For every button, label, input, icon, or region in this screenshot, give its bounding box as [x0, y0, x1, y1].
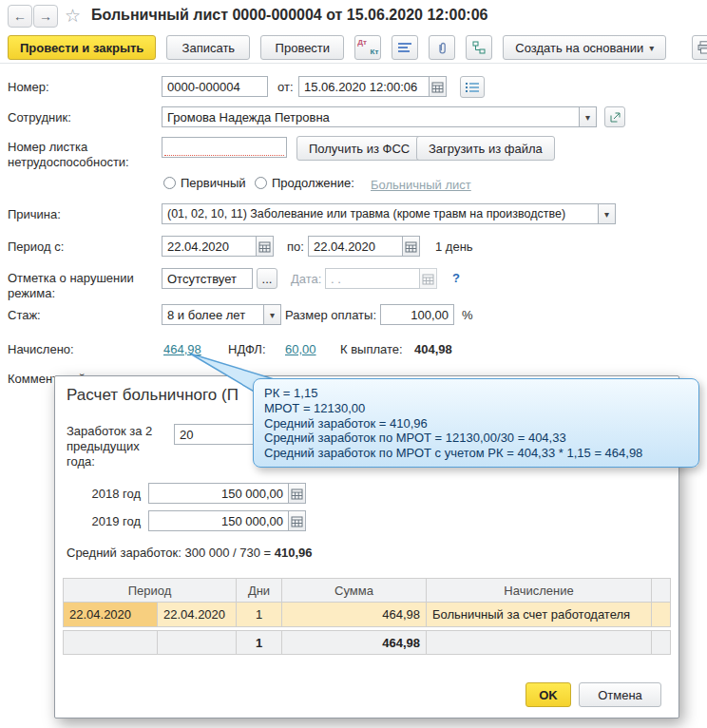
- number-field[interactable]: 0000-000004: [162, 76, 268, 97]
- debit-credit-icon: ДтКт: [357, 39, 378, 56]
- radio-unselected-icon: [255, 177, 267, 189]
- post-and-close-button[interactable]: Провести и закрыть: [8, 35, 156, 60]
- period-to-label: по:: [287, 239, 304, 254]
- cell-period-from[interactable]: 22.04.2020: [63, 603, 158, 627]
- year-2018-calculator-button[interactable]: [289, 483, 306, 504]
- cell-sum[interactable]: 464,98: [282, 603, 427, 627]
- required-underline: [164, 155, 284, 156]
- report-button[interactable]: [392, 35, 418, 60]
- load-from-file-button[interactable]: Загрузить из файла: [416, 136, 555, 161]
- document-history-button[interactable]: [460, 76, 485, 98]
- radio-primary[interactable]: Первичный: [163, 176, 246, 190]
- back-button[interactable]: ←: [8, 5, 32, 28]
- ellipsis-icon: ...: [262, 272, 273, 286]
- paperclip-icon: [435, 41, 449, 55]
- experience-label: Стаж:: [8, 308, 41, 322]
- period-from-label: Период с:: [8, 239, 64, 254]
- violation-field[interactable]: Отсутствует: [162, 268, 253, 289]
- employee-field[interactable]: Громова Надежда Петровна: [162, 106, 580, 127]
- sick-list-link[interactable]: Больничный лист: [371, 178, 471, 192]
- print-button[interactable]: [692, 35, 707, 60]
- chevron-down-icon: ▾: [270, 310, 275, 320]
- document-date-calendar-button[interactable]: [430, 76, 447, 97]
- sick-number-field[interactable]: [162, 137, 287, 158]
- tooltip-line: Средний заработок = 410,96: [264, 416, 688, 431]
- list-icon: [466, 82, 479, 93]
- document-date-field[interactable]: 15.06.2020 12:00:06: [298, 76, 430, 97]
- cell-accrual[interactable]: Больничный за счет работодателя: [427, 603, 652, 627]
- year-2019-label: 2019 год: [67, 514, 141, 528]
- experience-dropdown-button[interactable]: ▾: [264, 304, 281, 325]
- table-row: 22.04.2020 22.04.2020 1 464,98 Больничны…: [63, 603, 671, 627]
- report-lines-icon: [398, 42, 411, 53]
- period-from-field[interactable]: 22.04.2020: [162, 236, 257, 257]
- header-accrual: Начисление: [427, 578, 652, 603]
- violation-date-field[interactable]: . .: [325, 268, 420, 289]
- table-header-row: Период Дни Сумма Начисление: [63, 578, 671, 603]
- calculator-icon: [291, 488, 303, 500]
- cell-period-to[interactable]: 22.04.2020: [158, 603, 237, 627]
- open-icon: [609, 111, 621, 124]
- help-link[interactable]: ?: [452, 271, 460, 285]
- cell-spacer: [652, 603, 671, 627]
- reason-dropdown-button[interactable]: ▾: [599, 203, 616, 224]
- experience-field[interactable]: 8 и более лет: [162, 304, 264, 325]
- year-2018-label: 2018 год: [67, 487, 141, 501]
- average-earnings-value: 410,96: [275, 546, 313, 560]
- chevron-down-icon: ▾: [585, 112, 590, 123]
- forward-button[interactable]: →: [33, 5, 58, 28]
- sick-number-label: Номер листка нетрудоспособности:: [8, 140, 150, 170]
- calendar-icon: [422, 273, 434, 285]
- year-2019-calculator-button[interactable]: [289, 510, 306, 531]
- debit-credit-button[interactable]: ДтКт: [354, 35, 381, 60]
- period-to-field[interactable]: 22.04.2020: [308, 236, 403, 257]
- get-from-fss-button[interactable]: Получить из ФСС: [296, 136, 422, 161]
- total-sum: 464,98: [282, 630, 427, 655]
- period-days-text: 1 день: [435, 239, 473, 254]
- violation-date-label: Дата:: [291, 272, 321, 286]
- post-button[interactable]: Провести: [260, 35, 344, 60]
- violation-choose-button[interactable]: ...: [257, 268, 277, 289]
- forward-arrow-icon: →: [39, 9, 52, 24]
- write-button[interactable]: Записать: [166, 35, 250, 60]
- app-window: ← → ☆ Больничный лист 0000-000004 от 15.…: [0, 0, 707, 728]
- pay-rate-label: Размер оплаты:: [285, 308, 376, 322]
- total-days: 1: [237, 630, 282, 655]
- calendar-icon: [258, 240, 271, 253]
- header-days: Дни: [237, 578, 282, 603]
- pay-rate-field[interactable]: 100,00: [380, 304, 454, 325]
- ok-button[interactable]: OK: [525, 682, 571, 707]
- reason-label: Причина:: [8, 207, 61, 221]
- accruals-table: Период Дни Сумма Начисление 22.04.2020 2…: [63, 578, 671, 655]
- radio-continuation-label: Продолжение:: [272, 176, 354, 190]
- table-total-row: 1 464,98: [63, 630, 671, 655]
- page-title: Больничный лист 0000-000004 от 15.06.202…: [91, 7, 487, 24]
- percent-sign: %: [462, 308, 473, 322]
- tooltip-line: Средний заработок по МРОТ с учетом РК = …: [264, 446, 688, 461]
- header-sum: Сумма: [282, 578, 427, 603]
- earnings-label: Заработок за 2 предыдущих года:: [67, 424, 167, 469]
- violation-date-calendar-button[interactable]: [420, 268, 437, 289]
- employee-dropdown-button[interactable]: ▾: [580, 106, 597, 127]
- calendar-icon: [405, 240, 417, 253]
- employee-open-button[interactable]: [604, 106, 625, 127]
- radio-selected-icon: [163, 177, 176, 189]
- year-2018-field[interactable]: 150 000,00: [148, 483, 289, 504]
- favorite-star-icon[interactable]: ☆: [65, 5, 81, 27]
- related-documents-button[interactable]: [466, 35, 492, 60]
- create-based-on-button[interactable]: Создать на основании ▾: [503, 35, 666, 60]
- period-from-calendar-button[interactable]: [257, 236, 274, 257]
- chevron-down-icon: ▾: [649, 43, 654, 53]
- header-spacer: [652, 578, 671, 603]
- attachments-button[interactable]: [429, 35, 455, 60]
- radio-continuation[interactable]: Продолжение:: [255, 176, 354, 190]
- related-documents-icon: [472, 41, 486, 54]
- period-to-calendar-button[interactable]: [403, 236, 420, 257]
- cancel-button[interactable]: Отмена: [579, 682, 661, 707]
- year-2019-field[interactable]: 150 000,00: [148, 510, 289, 531]
- reason-field[interactable]: (01, 02, 10, 11) Заболевание или травма …: [162, 203, 599, 224]
- cell-days[interactable]: 1: [237, 603, 282, 627]
- payout-value: 404,98: [414, 342, 452, 356]
- violation-label: Отметка о нарушении режима:: [8, 271, 150, 301]
- printer-icon: [697, 41, 707, 54]
